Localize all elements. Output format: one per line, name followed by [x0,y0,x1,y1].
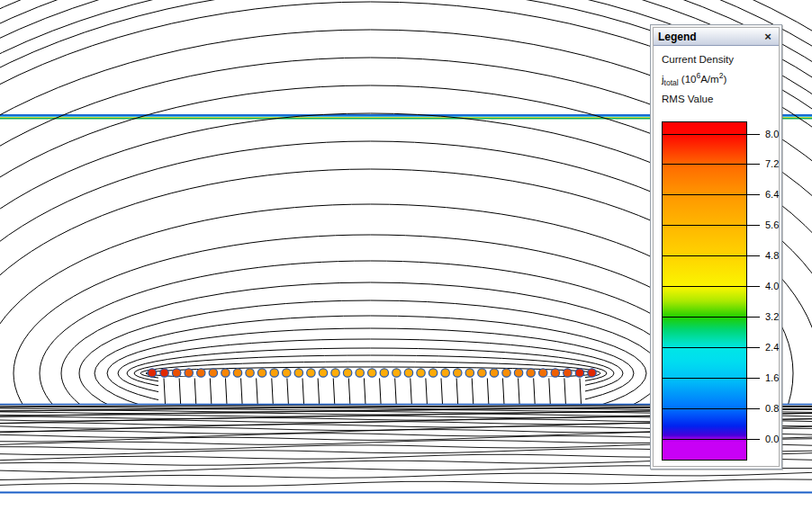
conductor-dot [294,369,302,377]
conductor-dot [588,369,596,377]
close-icon[interactable]: × [762,31,774,43]
colorbar-divider [663,408,760,409]
conductor-dot [283,369,291,377]
conductor-dot [514,369,522,377]
legend-title: Legend [658,31,697,43]
conductor-dot [575,369,583,377]
flux-contour-vertical [164,379,166,405]
flux-contour-vertical [272,379,274,405]
colorbar-divider [663,134,760,135]
colorbar-tick-label: 7.2 [765,158,779,169]
conductor-dot [270,369,278,377]
flux-contour-vertical [287,379,289,405]
legend-panel-frame: Legend × Current Density jtotal (106A/m2… [653,27,780,467]
colorbar-divider [663,225,760,226]
legend-body: Current Density jtotal (106A/m2) RMS Val… [654,46,779,447]
colorbar-tick-label: 5.6 [765,219,779,230]
colorbar-divider [663,439,760,440]
conductor-dot [368,369,376,377]
conductor-dot [392,369,401,377]
flux-contour-vertical [210,379,212,405]
flux-contour-vertical [225,379,227,405]
colorbar-divider [663,317,760,318]
conductor-dot [551,369,559,377]
flux-contour-vertical [257,379,258,405]
flux-contour-vertical [395,379,397,405]
conductor-dot [331,369,339,377]
colorbar-tick-label: 2.4 [765,342,779,353]
colorbar-tick-label: 4.0 [765,281,779,291]
conductor-dot [160,369,168,377]
flux-contour-vertical [487,379,489,405]
conductor-row [148,369,596,377]
under-cable-contours [164,379,582,405]
plate-contour-line [0,472,812,479]
conductor-dot [539,369,547,377]
flux-contour-vertical [534,379,536,405]
flux-contour-vertical [519,379,520,405]
conductor-dot [197,369,205,377]
flux-contour-vertical [472,379,474,405]
flux-contour-vertical [194,379,196,405]
conductor-dot [307,369,315,377]
flux-contour-vertical [302,379,304,405]
flux-contour-vertical [580,379,582,405]
conductor-dot [564,369,572,377]
flux-contour-vertical [179,379,181,405]
conductor-dot [209,369,217,377]
conductor-dot [319,369,327,377]
conductor-dot [527,369,535,377]
flux-contour-vertical [426,379,428,405]
conductor-dot [233,369,241,377]
colorbar-tick-label: 8.0 [765,129,779,139]
flux-contour-vertical [456,379,458,405]
colorbar [662,121,747,461]
legend-quantity-label: Current Density [662,51,779,67]
flux-contour-vertical [549,379,551,405]
colorbar-tick-label: 3.2 [765,311,779,322]
legend-info: Current Density jtotal (106A/m2) RMS Val… [654,46,779,107]
flux-contour-vertical [502,379,504,405]
conductor-dot [490,369,498,377]
conductor-dot [380,369,388,377]
colorbar-divider [663,255,760,256]
legend-titlebar[interactable]: Legend × [654,28,779,46]
legend-unit-label: jtotal (106A/m2) [662,67,779,91]
colorbar-tick-label: 0.8 [765,403,779,414]
flux-contour-vertical [348,379,350,405]
colorbar-divider [663,286,760,287]
colorbar-wrap: 8.07.26.45.64.84.03.22.41.60.80.0 [662,121,779,463]
conductor-dot [454,369,462,377]
conductor-dot [148,369,156,377]
colorbar-divider [663,194,760,195]
colorbar-divider [663,164,760,165]
flux-contour-vertical [380,379,382,405]
conductor-dot [221,369,230,377]
flux-contour-vertical [364,379,365,405]
conductor-dot [429,369,437,377]
bottom-boundary-line [0,492,812,494]
conductor-dot [502,369,510,377]
colorbar-divider [663,378,760,379]
flux-contour-vertical [318,379,320,405]
flux-contour-vertical [441,379,443,405]
conductor-dot [172,369,180,377]
legend-mode-label: RMS Value [662,91,779,107]
conductor-dot [441,369,449,377]
conductor-dot [343,369,351,377]
flux-contour-vertical [564,379,566,405]
conductor-dot [185,369,193,377]
conductor-dot [478,369,486,377]
plate-contour-line [0,479,812,487]
colorbar-tick-label: 0.0 [765,434,779,444]
conductor-dot [404,369,412,377]
colorbar-tick-label: 1.6 [765,372,779,383]
conductor-dot [257,369,266,377]
flux-contour-vertical [411,379,412,405]
conductor-dot [465,369,474,377]
flux-contour-vertical [333,379,335,405]
flux-contour-vertical [241,379,243,405]
conductor-dot [417,369,425,377]
legend-panel: Legend × Current Density jtotal (106A/m2… [650,24,782,470]
colorbar-divider [663,347,760,348]
